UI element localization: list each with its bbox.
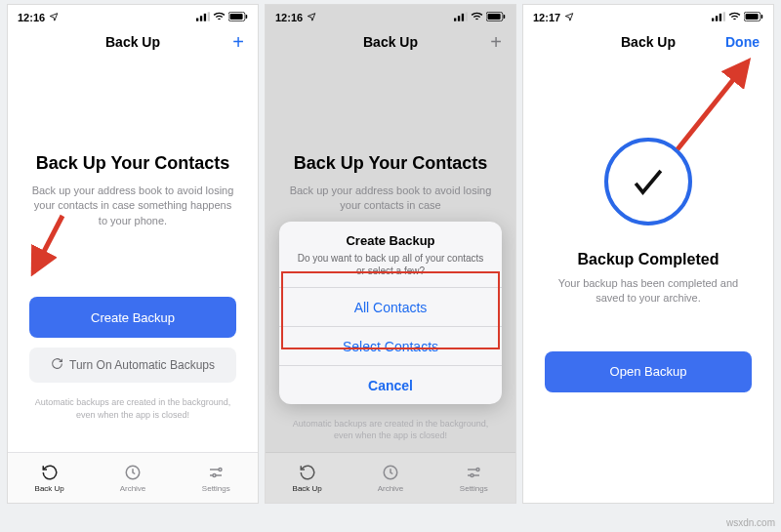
- tab-backup[interactable]: Back Up: [8, 453, 91, 503]
- tab-archive-label: Archive: [120, 484, 146, 493]
- svg-rect-12: [462, 13, 464, 20]
- tab-archive-label: Archive: [378, 484, 404, 493]
- auto-backup-hint: Automatic backups are created in the bac…: [287, 418, 494, 442]
- sliders-icon: [207, 464, 225, 481]
- sliders-icon: [465, 464, 482, 481]
- cancel-button[interactable]: Cancel: [279, 365, 502, 404]
- svg-rect-6: [246, 15, 248, 19]
- status-time: 12:16: [275, 12, 303, 23]
- tab-backup[interactable]: Back Up: [266, 453, 349, 503]
- content: Backup Completed Your backup has been co…: [523, 60, 773, 503]
- create-backup-dialog: Create Backup Do you want to back up all…: [279, 222, 502, 404]
- svg-rect-25: [746, 13, 759, 19]
- status-bar: 12:17: [523, 5, 773, 24]
- auto-backup-button[interactable]: Turn On Automatic Backups: [29, 348, 236, 383]
- tab-backup-label: Back Up: [293, 484, 322, 493]
- cancel-label: Cancel: [368, 378, 413, 393]
- tab-settings[interactable]: Settings: [175, 453, 258, 503]
- create-backup-label: Create Backup: [91, 310, 175, 325]
- signal-icon: [712, 12, 725, 23]
- svg-rect-26: [761, 15, 763, 19]
- svg-rect-23: [723, 12, 725, 20]
- tab-settings-label: Settings: [460, 484, 488, 493]
- location-icon: [307, 12, 316, 23]
- svg-rect-0: [196, 18, 198, 20]
- svg-point-9: [213, 473, 216, 476]
- dialog-subtext: Do you want to back up all of your conta…: [295, 252, 486, 277]
- signal-icon: [454, 12, 468, 23]
- auto-backup-label: Turn On Automatic Backups: [69, 358, 215, 372]
- svg-rect-15: [488, 13, 501, 19]
- tab-settings-label: Settings: [202, 484, 230, 493]
- nav-title: Back Up: [105, 34, 160, 50]
- tab-archive[interactable]: Archive: [91, 453, 174, 503]
- add-button[interactable]: +: [232, 31, 244, 54]
- restore-icon: [41, 464, 59, 481]
- tab-settings[interactable]: Settings: [432, 453, 515, 503]
- nav-bar: Back Up +: [266, 24, 515, 60]
- svg-point-8: [219, 468, 222, 471]
- svg-rect-20: [712, 18, 714, 20]
- select-contacts-label: Select Contacts: [343, 339, 438, 354]
- clock-icon: [382, 464, 399, 481]
- svg-rect-13: [466, 12, 468, 20]
- status-bar: 12:16: [266, 5, 515, 24]
- svg-rect-3: [208, 12, 210, 20]
- svg-point-18: [476, 468, 479, 471]
- dialog-title: Create Backup: [295, 233, 486, 248]
- svg-point-19: [471, 473, 473, 476]
- wifi-icon: [213, 12, 226, 23]
- refresh-icon: [51, 357, 63, 373]
- tab-bar: Back Up Archive Settings: [8, 452, 258, 503]
- page-heading: Back Up Your Contacts: [36, 153, 229, 174]
- all-contacts-label: All Contacts: [354, 300, 428, 315]
- svg-rect-22: [719, 13, 721, 20]
- frame-backup-start: 12:16 Back Up + Back Up Your Contacts Ba…: [7, 4, 259, 504]
- tab-backup-label: Back Up: [35, 484, 64, 493]
- frame-backup-completed: 12:17 Back Up Done Backup Completed Your…: [522, 4, 774, 504]
- wifi-icon: [471, 12, 483, 23]
- battery-icon: [744, 12, 763, 23]
- status-bar: 12:16: [8, 5, 258, 24]
- signal-icon: [196, 12, 210, 23]
- select-contacts-button[interactable]: Select Contacts: [279, 326, 502, 365]
- status-time: 12:17: [533, 12, 560, 23]
- svg-rect-21: [716, 16, 718, 20]
- open-backup-button[interactable]: Open Backup: [545, 351, 752, 392]
- restore-icon: [299, 464, 316, 481]
- content: Back Up Your Contacts Back up your addre…: [8, 60, 258, 452]
- completed-heading: Backup Completed: [578, 251, 719, 268]
- status-time: 12:16: [18, 12, 45, 23]
- nav-title: Back Up: [363, 34, 418, 50]
- create-backup-button[interactable]: Create Backup: [29, 297, 236, 338]
- wifi-icon: [728, 12, 741, 23]
- tab-bar: Back Up Archive Settings: [266, 452, 515, 503]
- svg-rect-1: [200, 16, 202, 20]
- open-backup-label: Open Backup: [610, 364, 687, 379]
- svg-rect-2: [204, 13, 206, 20]
- battery-icon: [486, 12, 506, 23]
- nav-bar: Back Up Done: [523, 24, 773, 60]
- svg-rect-16: [504, 15, 506, 19]
- tab-archive[interactable]: Archive: [349, 453, 432, 503]
- svg-rect-11: [458, 16, 460, 20]
- svg-rect-10: [454, 18, 456, 20]
- page-subtext: Back up your address book to avoid losin…: [29, 184, 236, 228]
- battery-icon: [228, 12, 248, 23]
- success-icon: [604, 138, 692, 225]
- page-heading: Back Up Your Contacts: [294, 153, 487, 174]
- auto-backup-hint: Automatic backups are created in the bac…: [29, 396, 236, 421]
- add-button[interactable]: +: [490, 31, 502, 54]
- clock-icon: [124, 464, 142, 481]
- all-contacts-button[interactable]: All Contacts: [279, 287, 502, 326]
- frame-create-backup-dialog: 12:16 Back Up + Back Up Your Contacts Ba…: [265, 4, 516, 504]
- completed-subtext: Your backup has been completed and saved…: [545, 276, 752, 307]
- location-icon: [49, 12, 59, 23]
- done-button[interactable]: Done: [725, 34, 760, 50]
- svg-rect-5: [230, 13, 243, 19]
- nav-title: Back Up: [621, 34, 676, 50]
- location-icon: [564, 12, 574, 23]
- nav-bar: Back Up +: [8, 24, 258, 60]
- page-subtext: Back up your address book to avoid losin…: [287, 184, 494, 214]
- checkmark-icon: [627, 160, 670, 203]
